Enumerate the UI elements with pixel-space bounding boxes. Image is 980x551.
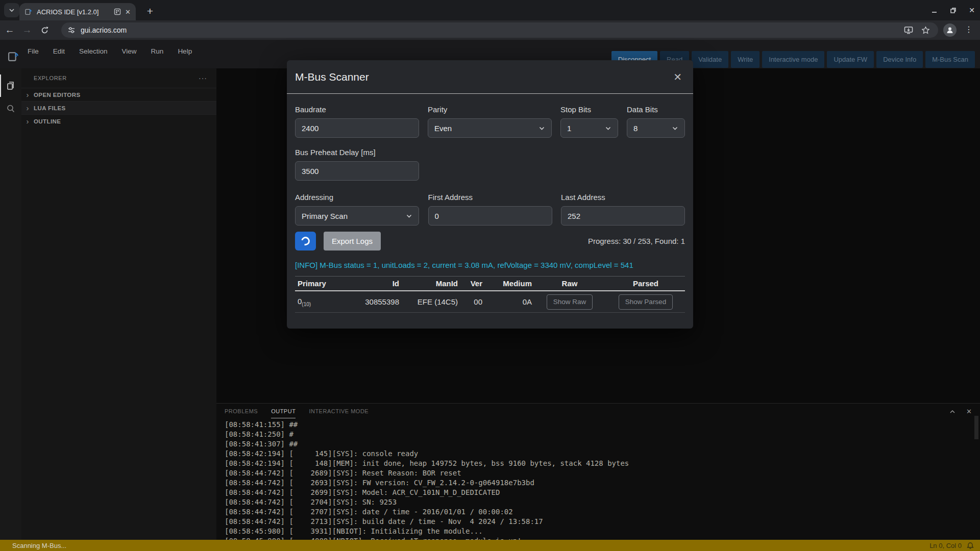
last-address-input[interactable] [561,206,685,226]
sidebar-section-lua-files[interactable]: ›LUA FILES [21,101,216,114]
tab-group-icon[interactable] [114,8,121,15]
log-line: [08:58:45:980] [ 4088][NBIOT]: Received … [225,536,970,540]
explorer-sidebar: EXPLORER ··· ›OPEN EDITORS›LUA FILES›OUT… [21,68,216,540]
explorer-files-icon[interactable] [5,80,16,91]
show-raw-button[interactable]: Show Raw [547,294,593,310]
menu-help[interactable]: Help [178,47,192,55]
stop-bits-label: Stop Bits [560,105,618,114]
browser-tab-strip: ACRIOS IDE [v1.2.0] ✕ + ✕ [0,0,980,20]
chevron-right-icon: › [24,106,31,111]
toolbar-button-update-fw[interactable]: Update FW [827,51,874,68]
section-label: LUA FILES [34,105,66,111]
menubar: FileEditSelectionViewRunHelp [28,40,192,62]
baudrate-input[interactable] [295,118,419,138]
panel-tab-output[interactable]: OUTPUT [271,408,296,418]
table-row: 0(10)30855398EFE (14C5)000AShow RawShow … [295,291,685,313]
section-label: OPEN EDITORS [34,92,81,98]
cursor-position[interactable]: Ln 0, Col 0 [929,542,962,549]
bus-preheat-input[interactable] [295,161,419,181]
last-address-field: Last Address [561,193,685,226]
mbus-scanner-modal: M-Bus Scanner ✕ Baudrate Parity Even Sto… [287,60,693,329]
modal-header: M-Bus Scanner ✕ [287,60,693,94]
bookmark-star-icon[interactable] [921,26,930,35]
parity-select[interactable]: Even [428,118,552,138]
log-line: [08:58:42:194] [ 145][SYS]: console read… [225,449,970,459]
log-line: [08:58:41:307] ## [225,439,970,449]
stop-bits-field: Stop Bits 1 [560,105,618,138]
addressing-field: Addressing Primary Scan [295,193,419,226]
reload-icon[interactable] [37,22,52,38]
new-tab-button[interactable]: + [143,4,157,18]
tab-search-button[interactable] [4,3,19,17]
parity-field: Parity Even [428,105,552,138]
sidebar-section-open-editors[interactable]: ›OPEN EDITORS [21,88,216,101]
chevron-right-icon: › [24,92,31,97]
install-app-icon[interactable] [904,26,913,34]
back-icon[interactable]: ← [2,22,17,38]
window-minimize-icon[interactable] [931,7,938,14]
notifications-bell-icon[interactable] [967,542,974,549]
explorer-more-icon[interactable]: ··· [199,74,207,82]
menu-selection[interactable]: Selection [79,47,108,55]
toolbar-button-interactive-mode[interactable]: Interactive mode [762,51,824,68]
toolbar-button-validate[interactable]: Validate [692,51,728,68]
column-header-ver: Ver [458,279,482,288]
search-icon[interactable] [5,103,16,114]
log-line: [08:58:44:742] [ 2693][SYS]: FW version:… [225,478,970,488]
toolbar-button-write[interactable]: Write [731,51,760,68]
address-bar[interactable]: gui.acrios.com [61,22,938,38]
stop-bits-value: 1 [567,124,605,133]
section-label: OUTLINE [34,118,61,124]
site-settings-icon[interactable] [67,26,76,34]
toolbar-button-m-bus-scan[interactable]: M-Bus Scan [925,51,975,68]
browser-tab[interactable]: ACRIOS IDE [v1.2.0] ✕ [19,3,136,20]
export-logs-button[interactable]: Export Logs [324,232,381,251]
window-restore-icon[interactable] [950,7,957,14]
output-log[interactable]: [08:58:41:155] ##[08:58:41:250] #[08:58:… [225,420,970,540]
screen: ACRIOS IDE [v1.2.0] ✕ + ✕ ← → g [0,0,980,551]
status-bar: Scanning M-Bus... Ln 0, Col 0 [0,540,980,551]
addressing-select[interactable]: Primary Scan [295,206,419,226]
log-line: [08:58:42:194] [ 148][MEM]: init done, h… [225,459,970,468]
panel-tabs: PROBLEMSOUTPUTINTERACTIVE MODE [216,404,980,418]
window-close-icon[interactable]: ✕ [969,6,975,14]
column-header-manid: ManId [399,279,458,288]
forward-icon[interactable]: → [19,22,35,38]
medium-cell: 0A [482,297,532,306]
primary-cell: 0(10) [295,297,357,307]
log-line: [08:58:41:250] # [225,430,970,439]
panel-collapse-icon[interactable] [949,409,956,415]
tab-close-icon[interactable]: ✕ [125,8,131,16]
first-address-input[interactable] [428,206,552,226]
scan-button[interactable] [295,232,316,251]
log-line: [08:58:45:980] [ 3931][NBIOT]: Initializ… [225,527,970,536]
data-bits-select[interactable]: 8 [627,118,685,138]
toolbar-button-device-info[interactable]: Device Info [876,51,923,68]
panel-tab-interactive-mode[interactable]: INTERACTIVE MODE [309,408,369,418]
log-line: [08:58:44:742] [ 2689][SYS]: Reset Reaso… [225,468,970,478]
window-controls: ✕ [931,0,975,20]
chevron-right-icon: › [24,119,31,124]
modal-title: M-Bus Scanner [295,71,670,83]
scan-progress: Progress: 30 / 253, Found: 1 [381,237,685,245]
profile-avatar[interactable] [943,23,957,37]
panel-tab-problems[interactable]: PROBLEMS [225,408,258,418]
panel-close-icon[interactable]: ✕ [966,408,972,415]
menu-run[interactable]: Run [151,47,164,55]
panel-scrollbar[interactable] [974,416,978,439]
menu-edit[interactable]: Edit [53,47,65,55]
chevron-down-icon [605,125,611,132]
sidebar-section-outline[interactable]: ›OUTLINE [21,114,216,128]
activity-bar [0,68,21,540]
log-line: [08:58:41:155] ## [225,420,970,430]
browser-menu-icon[interactable]: ⋮ [965,24,973,34]
addressing-label: Addressing [295,193,419,202]
show-parsed-button[interactable]: Show Parsed [619,294,673,310]
chevron-down-icon [406,213,412,219]
baudrate-label: Baudrate [295,105,419,114]
stop-bits-select[interactable]: 1 [560,118,618,138]
modal-close-icon[interactable]: ✕ [670,71,685,83]
menu-view[interactable]: View [122,47,137,55]
tab-title: ACRIOS IDE [v1.2.0] [37,8,110,16]
menu-file[interactable]: File [28,47,39,55]
